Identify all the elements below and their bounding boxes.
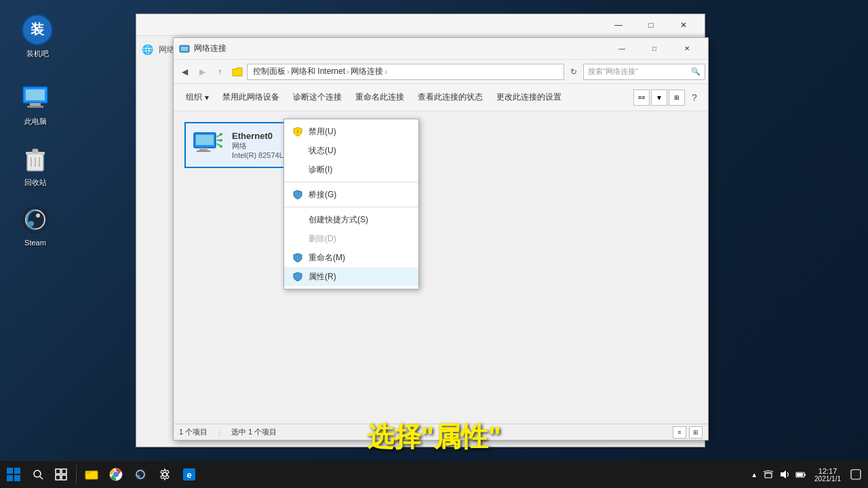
svg-rect-5 — [27, 106, 43, 108]
help-button[interactable]: ? — [686, 89, 703, 106]
svg-point-27 — [220, 145, 222, 148]
up-button[interactable]: ↑ — [212, 64, 228, 80]
organize-button[interactable]: 组织 ▾ — [179, 87, 216, 108]
taskbar-divider-1 — [76, 465, 77, 484]
svg-rect-37 — [56, 475, 60, 480]
context-properties[interactable]: 属性(R) — [284, 267, 418, 286]
tray-chevron[interactable]: ▲ — [748, 461, 760, 488]
context-rename[interactable]: 重命名(M) — [284, 248, 418, 267]
desktop-icon-trash[interactable]: 回收站 — [8, 142, 62, 188]
status-list-view[interactable]: ≡ — [673, 426, 686, 439]
search-icon — [32, 468, 44, 481]
trash-label: 回收站 — [24, 178, 47, 188]
search-placeholder: 搜索"网络连接" — [588, 66, 638, 77]
windows-logo-icon — [5, 466, 22, 483]
search-box[interactable]: 搜索"网络连接" 🔍 — [583, 64, 705, 80]
disable-label: 禁用(U) — [309, 126, 336, 138]
minimize-button[interactable]: — — [606, 38, 637, 60]
view-details-button[interactable]: ≡≡ — [633, 89, 650, 106]
refresh-button[interactable]: ↻ — [566, 64, 582, 80]
organize-arrow: ▾ — [205, 93, 209, 102]
back-button[interactable]: ◀ — [176, 64, 193, 80]
zhuangjiba-icon: 装 — [21, 14, 54, 46]
disable-network-button[interactable]: 禁用此网络设备 — [216, 87, 286, 108]
bg-close[interactable]: ✕ — [668, 14, 699, 36]
taskbar-settings[interactable] — [153, 462, 177, 487]
tray-volume[interactable] — [776, 461, 793, 488]
context-disable[interactable]: ! 禁用(U) — [284, 122, 418, 141]
context-status[interactable]: 状态(U) — [284, 141, 418, 160]
notification-button[interactable] — [846, 461, 865, 488]
create-shortcut-label: 创建快捷方式(S) — [309, 214, 368, 226]
path-controlpanel: 控制面板 — [253, 66, 285, 77]
battery-tray-icon — [795, 469, 806, 480]
context-create-shortcut[interactable]: 创建快捷方式(S) — [284, 210, 418, 229]
network-connections-window: 网络连接 — □ ✕ ◀ ▶ ↑ 控制面板 › 网络和 Internet › — [173, 37, 709, 441]
status-bar: 1 个项目 | 选中 1 个项目 ≡ ⊞ — [174, 424, 708, 440]
tray-network[interactable] — [760, 461, 776, 488]
status-view-buttons: ≡ ⊞ — [673, 426, 703, 439]
svg-rect-31 — [7, 475, 13, 481]
window-title: 网络连接 — [194, 43, 606, 54]
taskbar-clock[interactable]: 12:17 2021/1/1 — [809, 467, 846, 483]
view-large-icon-button[interactable]: ⊞ — [669, 89, 685, 106]
svg-rect-21 — [197, 150, 210, 152]
svg-point-23 — [220, 133, 222, 136]
view-options: ≡≡ ▾ ⊞ ? — [633, 89, 703, 106]
clock-time: 12:17 — [814, 467, 841, 475]
svg-line-34 — [40, 476, 43, 479]
svg-point-33 — [34, 470, 41, 477]
diagnose-button[interactable]: 诊断这个连接 — [286, 87, 349, 108]
folder-icon — [229, 64, 245, 80]
address-path[interactable]: 控制面板 › 网络和 Internet › 网络连接 › — [247, 64, 564, 80]
context-sep-1 — [284, 182, 418, 182]
rename-button[interactable]: 重命名此连接 — [349, 87, 411, 108]
taskbar-chrome[interactable] — [104, 462, 128, 487]
bridge-label: 桥接(G) — [309, 189, 336, 201]
desktop-icon-mypc[interactable]: 此电脑 — [8, 81, 62, 127]
ethernet-icon — [191, 129, 224, 161]
start-button[interactable] — [0, 461, 27, 488]
disable-shield-icon: ! — [292, 126, 303, 137]
properties-label: 属性(R) — [309, 271, 336, 283]
taskbar-edge[interactable]: e — [177, 462, 201, 487]
view-status-button[interactable]: 查看此连接的状态 — [411, 87, 490, 108]
taskbar-search-button[interactable] — [27, 461, 49, 488]
task-view-button[interactable] — [49, 461, 73, 488]
search-icon: 🔍 — [691, 67, 701, 76]
bg-minimize[interactable]: — — [603, 14, 634, 36]
taskbar-steam[interactable] — [128, 462, 153, 487]
desktop-icon-steam[interactable]: Steam — [8, 203, 62, 247]
view-dropdown-button[interactable]: ▾ — [651, 89, 667, 106]
delete-label: 删除(D) — [309, 233, 336, 245]
context-menu: ! 禁用(U) 状态(U) 诊断(I) 桥接(G) — [283, 119, 419, 289]
context-delete[interactable]: 删除(D) — [284, 229, 418, 248]
taskbar-file-explorer[interactable] — [79, 462, 104, 487]
ethernet-adapter: Intel(R) 82574L — [232, 151, 283, 159]
svg-text:e: e — [186, 470, 191, 480]
svg-marker-49 — [781, 470, 786, 479]
tray-battery[interactable] — [793, 461, 809, 488]
change-settings-button[interactable]: 更改此连接的设置 — [490, 87, 568, 108]
status-label: 状态(U) — [309, 145, 336, 157]
desktop-icon-zhuangjiba[interactable]: 装 装机吧 — [7, 14, 68, 59]
svg-rect-32 — [14, 475, 20, 481]
steam-label: Steam — [24, 239, 46, 247]
status-grid-view[interactable]: ⊞ — [689, 426, 703, 439]
forward-button[interactable]: ▶ — [194, 64, 210, 80]
taskbar-right: ▲ — [748, 461, 868, 488]
rename-label: 重命名(M) — [309, 252, 345, 264]
bg-maximize[interactable]: □ — [635, 14, 667, 36]
maximize-button[interactable]: □ — [639, 38, 670, 60]
close-button[interactable]: ✕ — [671, 38, 703, 60]
context-bridge[interactable]: 桥接(G) — [284, 185, 418, 204]
toolbar: 组织 ▾ 禁用此网络设备 诊断这个连接 重命名此连接 查看此连接的状态 更改此连… — [174, 84, 708, 111]
window-icon — [179, 43, 190, 54]
rename-shield-icon — [292, 252, 303, 263]
trash-icon — [19, 142, 52, 175]
notification-icon — [850, 469, 861, 480]
task-view-icon — [55, 468, 67, 481]
item-count: 1 个项目 — [179, 427, 208, 437]
context-diagnose[interactable]: 诊断(I) — [284, 160, 418, 179]
diagnose-label: 诊断(I) — [309, 164, 332, 176]
